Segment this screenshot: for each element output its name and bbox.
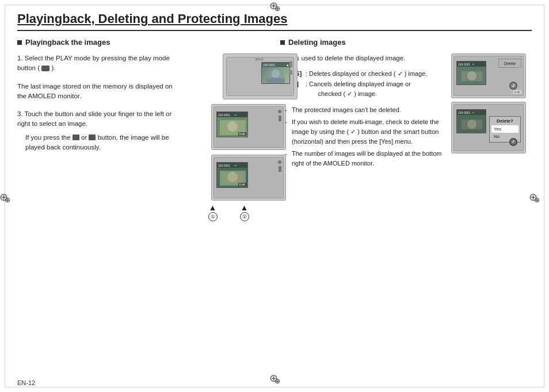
right-column: Deleting images This is used to delete t… bbox=[280, 38, 532, 221]
step-3-subtext: If you press the or button, the image wi… bbox=[25, 133, 181, 153]
step-3: 3. Touch the button and slide your finge… bbox=[17, 109, 181, 152]
popup-yes[interactable]: Yes bbox=[491, 125, 518, 133]
step-2-text: The last image stored on the memory is d… bbox=[17, 83, 173, 99]
arrows-row: ▲ ① ▲ ② bbox=[188, 203, 269, 221]
bullet-item-2: If you wish to delete multi-image, check… bbox=[285, 117, 444, 147]
page-number: EN-12 bbox=[17, 379, 35, 386]
no-text: : Cancels deleting displayed image or ch… bbox=[306, 79, 411, 99]
playback-images: 100-0001 ■ bbox=[188, 53, 269, 221]
main-content: Playingback, Deleting and Protecting Ima… bbox=[17, 11, 532, 375]
bullet-icon-2 bbox=[280, 40, 285, 45]
crosshair-bottom: ⊕ bbox=[274, 377, 285, 387]
yes-no-table: [YES] : Deletes displayed or checked ( ✓… bbox=[285, 69, 444, 99]
camera-image-3: 100-0001 +■ bbox=[211, 155, 286, 201]
bullet-item-3: The number of images will be displayed a… bbox=[285, 149, 444, 168]
crosshair-left: ⊕ bbox=[5, 196, 15, 206]
camera-image-1: 100-0001 ■ bbox=[223, 53, 298, 99]
crosshair-right: ⊕ bbox=[534, 196, 544, 206]
circle-2: ② bbox=[240, 212, 249, 221]
playback-section-header: Playingback the images bbox=[17, 38, 269, 47]
delete-text-col: This is used to delete the displayed ima… bbox=[280, 53, 444, 171]
no-row: [NO] : Cancels deleting displayed image … bbox=[285, 79, 444, 99]
playback-header-text: Playingback the images bbox=[25, 38, 110, 47]
bullet-icon bbox=[17, 40, 22, 45]
svg-rect-13 bbox=[462, 71, 482, 81]
yes-text: : Deletes displayed or checked ( ✓ ) ima… bbox=[306, 69, 427, 79]
svg-rect-10 bbox=[223, 172, 243, 184]
delete-images: 100-0001 ■ bbox=[451, 53, 532, 171]
circle-1: ① bbox=[208, 212, 218, 221]
popup-title: Delete? bbox=[491, 118, 518, 124]
svg-rect-6 bbox=[223, 122, 243, 133]
delete-intro: This is used to delete the displayed ima… bbox=[280, 53, 444, 63]
delete-camera-image-1: 100-0001 ■ bbox=[451, 53, 526, 98]
left-column: Playingback the images 1. Select the PLA… bbox=[17, 38, 269, 221]
step-1-text: 1. Select the PLAY mode by pressing the … bbox=[17, 55, 170, 71]
step-3-text: 3. Touch the button and slide your finge… bbox=[17, 110, 171, 127]
yes-row: [YES] : Deletes displayed or checked ( ✓… bbox=[285, 69, 444, 79]
page-title: Playingback, Deleting and Protecting Ima… bbox=[17, 11, 532, 31]
camera-image-2: 100-0001 +■ bbox=[211, 104, 286, 150]
delete-content: This is used to delete the displayed ima… bbox=[280, 53, 532, 171]
delete-header-text: Deleting images bbox=[288, 38, 346, 47]
step-2: The last image stored on the memory is d… bbox=[17, 82, 181, 102]
two-column-layout: Playingback the images 1. Select the PLA… bbox=[17, 38, 532, 221]
svg-point-1 bbox=[272, 70, 280, 78]
svg-rect-2 bbox=[266, 78, 285, 83]
bullet-item-1: The protected images can't be deleted. bbox=[285, 105, 444, 115]
delete-bullet-list: The protected images can't be deleted. I… bbox=[285, 105, 444, 168]
step-1: 1. Select the PLAY mode by pressing the … bbox=[17, 53, 181, 74]
delete-section-header: Deleting images bbox=[280, 38, 532, 47]
delete-camera-image-2: 100-0001 ■ bbox=[451, 102, 526, 153]
svg-rect-16 bbox=[462, 120, 482, 129]
